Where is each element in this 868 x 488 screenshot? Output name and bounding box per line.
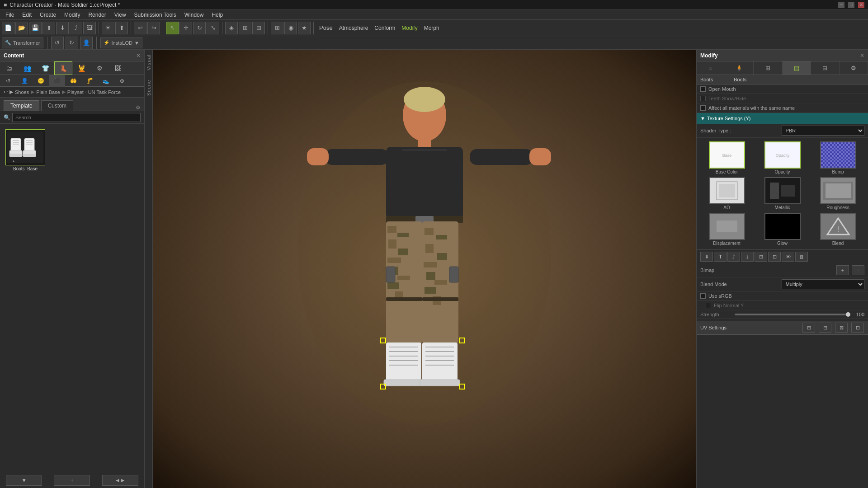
strength-track[interactable] bbox=[735, 314, 848, 315]
texture-blend[interactable]: ! Blend bbox=[811, 213, 864, 246]
rotate-button[interactable]: ↻ bbox=[193, 22, 206, 34]
maximize-button[interactable]: □ bbox=[848, 2, 854, 8]
tab-characters[interactable]: 👥 bbox=[18, 61, 36, 75]
tab-body[interactable]: 👤 bbox=[16, 75, 33, 87]
right-tab-grid[interactable]: ⊟ bbox=[811, 61, 840, 75]
scale-button[interactable]: ⤡ bbox=[207, 22, 219, 34]
tab-all[interactable]: ↺ bbox=[0, 75, 16, 87]
tab-face[interactable]: 😐 bbox=[33, 75, 49, 87]
modify-label[interactable]: Modify bbox=[399, 25, 420, 31]
use-srgb-checkbox[interactable] bbox=[700, 293, 706, 299]
viewport[interactable] bbox=[153, 50, 696, 488]
move-button[interactable]: ⬆ bbox=[115, 22, 128, 34]
right-tab-settings[interactable]: ⚙ bbox=[840, 61, 868, 75]
uv-btn-3[interactable]: ⊠ bbox=[835, 323, 848, 333]
teeth-show-checkbox[interactable] bbox=[700, 96, 706, 101]
atmosphere-label[interactable]: Atmosphere bbox=[336, 25, 371, 31]
right-close-icon[interactable]: ✕ bbox=[860, 52, 864, 59]
breadcrumb-playset[interactable]: Playset - UN Task Force bbox=[67, 89, 121, 95]
close-button[interactable]: ✕ bbox=[858, 2, 864, 8]
replace-button[interactable]: ◄► bbox=[102, 475, 138, 486]
tex-share2-button[interactable]: ⤵ bbox=[741, 252, 754, 262]
open-mouth-checkbox[interactable] bbox=[700, 86, 706, 92]
select-button[interactable]: ↖ bbox=[166, 22, 179, 34]
uv-btn-2[interactable]: ⊟ bbox=[819, 323, 831, 333]
tex-eye-button[interactable]: 👁 bbox=[782, 252, 794, 262]
tab-foot[interactable]: 👟 bbox=[98, 75, 114, 87]
import-button[interactable]: ⬆ bbox=[42, 22, 55, 34]
texture-roughness[interactable]: Roughness bbox=[811, 177, 864, 210]
blmap-del-button[interactable]: - bbox=[852, 265, 864, 275]
tab-hair[interactable]: 💆 bbox=[72, 61, 90, 75]
shader-type-select[interactable]: PBR bbox=[782, 126, 865, 136]
visual-tab[interactable]: Visual bbox=[145, 50, 152, 75]
tab-hands[interactable]: 🤲 bbox=[65, 75, 81, 87]
texture-base-color[interactable]: Base Base Color bbox=[700, 141, 753, 174]
content-close-icon[interactable]: ✕ bbox=[136, 52, 141, 59]
scene-tab[interactable]: Scene bbox=[145, 75, 152, 100]
export-button[interactable]: ⬇ bbox=[56, 22, 69, 34]
settings-icon[interactable]: ⚙ bbox=[136, 104, 141, 111]
uv-btn-4[interactable]: ⊡ bbox=[851, 323, 864, 333]
menu-render[interactable]: Render bbox=[85, 11, 109, 19]
menu-window[interactable]: Window bbox=[181, 11, 208, 19]
right-tab-texture[interactable]: ▤ bbox=[783, 61, 811, 75]
snap-button[interactable]: ⊟ bbox=[252, 22, 265, 34]
pivot-button[interactable]: ◈ bbox=[225, 22, 238, 34]
texture-glow[interactable]: Glow bbox=[756, 213, 809, 246]
open-file-button[interactable]: 📂 bbox=[15, 22, 28, 34]
affect-all-checkbox[interactable] bbox=[700, 105, 706, 111]
redo-button[interactable]: ↪ bbox=[147, 22, 160, 34]
grid-button[interactable]: ⊞ bbox=[271, 22, 283, 34]
strength-thumb[interactable] bbox=[846, 312, 850, 317]
texture-ao[interactable]: AO bbox=[700, 177, 753, 210]
undo-button[interactable]: ↩ bbox=[134, 22, 146, 34]
download-button[interactable]: ▼ bbox=[6, 475, 42, 486]
tex-import-button[interactable]: ⬇ bbox=[700, 252, 713, 262]
breadcrumb-plain-base[interactable]: Plain Base bbox=[36, 89, 60, 95]
menu-submission-tools[interactable]: Submission Tools bbox=[131, 11, 180, 19]
tex-export-button[interactable]: ⬆ bbox=[714, 252, 726, 262]
uv-btn-1[interactable]: ⊞ bbox=[802, 323, 815, 333]
texture-metallic[interactable]: Metallic bbox=[756, 177, 809, 210]
right-tab-sliders[interactable]: ≡ bbox=[697, 61, 725, 75]
texture-displacement[interactable]: Displacement bbox=[700, 213, 753, 246]
screenshot-button[interactable]: 🖼 bbox=[83, 22, 96, 34]
tex-share-button[interactable]: ⤴ bbox=[727, 252, 740, 262]
content-item-boots-base[interactable]: ▲ Boots_Base bbox=[5, 129, 45, 171]
move-tool-button[interactable]: ✛ bbox=[179, 22, 192, 34]
menu-create[interactable]: Create bbox=[36, 11, 60, 19]
pose-label[interactable]: Pose bbox=[316, 24, 335, 31]
texture-bump[interactable]: Bump bbox=[811, 141, 864, 174]
flip-normal-checkbox[interactable] bbox=[706, 303, 711, 308]
collapse-icon[interactable]: ▼ bbox=[700, 116, 705, 121]
instalod-button[interactable]: ⚡ InstaLOD ▼ bbox=[100, 38, 142, 48]
object-button[interactable]: ⊞ bbox=[239, 22, 251, 34]
tab-props[interactable]: ⚙ bbox=[90, 61, 108, 75]
tex-delete-button[interactable]: 🗑 bbox=[795, 252, 808, 262]
blmap-add-button[interactable]: + bbox=[836, 265, 849, 275]
render-button[interactable]: ★ bbox=[298, 22, 311, 34]
tex-grid-button[interactable]: ⊞ bbox=[755, 252, 767, 262]
menu-view[interactable]: View bbox=[111, 11, 130, 19]
blend-mode-select[interactable]: Multiply bbox=[782, 279, 865, 289]
tab-wardrobe[interactable]: 🗂 bbox=[0, 61, 18, 75]
save-file-button[interactable]: 💾 bbox=[29, 22, 42, 34]
right-tab-details[interactable]: ⊞ bbox=[754, 61, 782, 75]
menu-file[interactable]: File bbox=[2, 11, 18, 19]
texture-opacity[interactable]: Opacity Opacity bbox=[756, 141, 809, 174]
tab-accessories[interactable]: 👕 bbox=[36, 61, 54, 75]
avatar-button[interactable]: 👤 bbox=[80, 37, 93, 49]
light-button[interactable]: ☀ bbox=[102, 22, 114, 34]
tab-images[interactable]: 🖼 bbox=[108, 61, 127, 75]
export2-button[interactable]: ⤴ bbox=[70, 22, 82, 34]
search-input[interactable] bbox=[12, 113, 141, 122]
tex-zoom-button[interactable]: ⊡ bbox=[768, 252, 781, 262]
transformer-button[interactable]: 🔧 Transformer bbox=[2, 38, 43, 48]
minimize-button[interactable]: ─ bbox=[838, 2, 844, 8]
back-icon[interactable]: ↩ bbox=[4, 89, 8, 95]
right-tab-person[interactable]: 🧍 bbox=[725, 61, 754, 75]
tab-active[interactable]: ⬛ bbox=[49, 75, 65, 87]
add-button[interactable]: + bbox=[54, 475, 90, 486]
tab-extra[interactable]: ⊕ bbox=[114, 75, 130, 87]
